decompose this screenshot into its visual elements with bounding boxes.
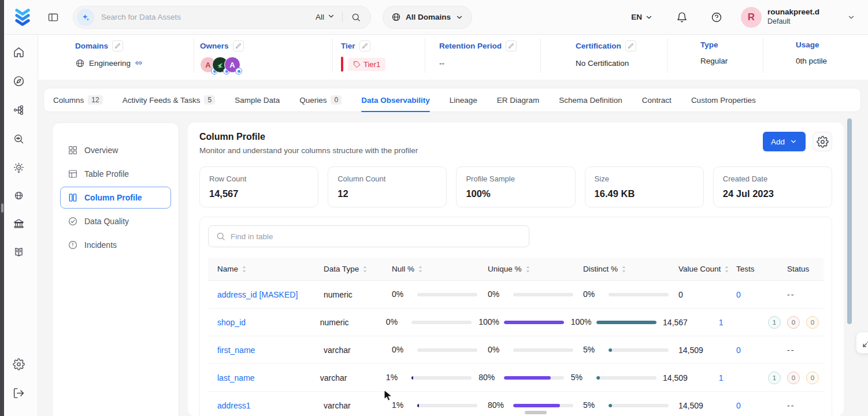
sidebar-item-label: Incidents xyxy=(84,240,117,250)
meta-label: Domains xyxy=(75,42,108,50)
tab-data-observability[interactable]: Data Observability xyxy=(361,88,430,112)
column-header-null-[interactable]: Null % xyxy=(392,265,488,273)
observe-icon[interactable] xyxy=(13,133,25,145)
stat-label: Created Date xyxy=(723,174,822,183)
column-header-distinct-[interactable]: Distinct % xyxy=(583,265,678,273)
profile-stats-row: Row Count14,567Column Count12Profile Sam… xyxy=(199,166,832,207)
all-domains-dropdown[interactable]: All Domains xyxy=(383,6,472,29)
column-name-link[interactable]: address_id [MASKED] xyxy=(217,290,298,299)
edit-icon[interactable] xyxy=(359,40,370,51)
home-icon[interactable] xyxy=(13,46,25,58)
column-name-link[interactable]: shop_id xyxy=(217,318,246,327)
sidebar-item-overview[interactable]: Overview xyxy=(60,139,171,161)
status-success-badge[interactable]: 1 xyxy=(768,316,781,329)
tab-columns[interactable]: Columns12 xyxy=(53,88,103,112)
add-button[interactable]: Add xyxy=(763,132,806,151)
tab-custom-properties[interactable]: Custom Properties xyxy=(691,88,756,112)
sort-icon[interactable] xyxy=(724,265,729,273)
sidebar-item-table-profile[interactable]: Table Profile xyxy=(60,163,171,185)
glossary-icon[interactable] xyxy=(13,246,25,258)
sort-icon[interactable] xyxy=(525,265,531,273)
help-icon[interactable] xyxy=(711,12,722,23)
compass-icon[interactable] xyxy=(13,75,25,87)
null-pct-cell: 0% xyxy=(386,317,478,327)
tab-sample-data[interactable]: Sample Data xyxy=(235,88,280,112)
user-profile-menu[interactable]: R rounakpreet.d Default xyxy=(741,7,819,28)
sidebar-item-column-profile[interactable]: Column Profile xyxy=(60,187,171,209)
sort-icon[interactable] xyxy=(418,265,423,273)
tab-contract[interactable]: Contract xyxy=(642,88,672,112)
vertical-scrollbar[interactable] xyxy=(847,118,852,324)
flow-icon[interactable] xyxy=(13,104,25,116)
asset-metadata-band: DomainsEngineeringOwnersAATierTier1Reten… xyxy=(38,35,868,80)
column-header-data-type[interactable]: Data Type xyxy=(324,265,392,273)
sidebar-toggle-icon[interactable] xyxy=(47,12,59,23)
edit-icon[interactable] xyxy=(112,40,123,51)
tab-label: Custom Properties xyxy=(691,96,756,105)
sidebar-item-label: Data Quality xyxy=(84,217,129,226)
notifications-bell-icon[interactable] xyxy=(676,12,688,23)
owners-avatars[interactable]: AA xyxy=(200,57,236,73)
sort-icon[interactable] xyxy=(242,265,247,273)
chevron-down-icon[interactable] xyxy=(847,13,855,21)
column-header-name[interactable]: Name xyxy=(208,265,324,273)
tests-count-link[interactable]: 0 xyxy=(736,401,741,410)
table-row: first_namevarchar0%0%5%14,5090-- xyxy=(208,336,824,364)
status-aborted-badge[interactable]: 0 xyxy=(806,372,819,384)
global-search-bar[interactable]: Search for Data Assets All xyxy=(73,6,371,29)
data-type-cell: varchar xyxy=(324,401,392,410)
status-failed-badge[interactable]: 0 xyxy=(787,372,800,384)
search-input[interactable]: Search for Data Assets xyxy=(101,13,309,21)
edit-icon[interactable] xyxy=(233,40,244,51)
tests-count-link[interactable]: 0 xyxy=(736,290,741,299)
meta-value: 0th pctile xyxy=(796,54,868,67)
edit-icon[interactable] xyxy=(506,40,517,51)
unique-pct-cell: 0% xyxy=(488,289,583,299)
stat-card-created-date: Created Date24 Jul 2023 xyxy=(713,166,832,207)
status-empty: -- xyxy=(787,346,795,355)
unique-pct-cell: 100% xyxy=(478,317,570,327)
sort-icon[interactable] xyxy=(621,265,626,273)
govern-icon[interactable] xyxy=(13,217,25,229)
horizontal-scrollbar[interactable] xyxy=(525,411,547,414)
tests-count-link[interactable]: 0 xyxy=(736,346,741,355)
language-selector[interactable]: EN xyxy=(631,13,653,21)
column-name-link[interactable]: last_name xyxy=(217,373,255,382)
sidebar-item-data-quality[interactable]: Data Quality xyxy=(60,210,171,232)
status-success-badge[interactable]: 1 xyxy=(768,372,781,384)
tab-activity-feeds-tasks[interactable]: Activity Feeds & Tasks5 xyxy=(123,88,215,112)
column-name-link[interactable]: address1 xyxy=(217,401,251,410)
app-logo[interactable] xyxy=(12,6,34,28)
tier-tag[interactable]: Tier1 xyxy=(341,57,385,72)
edit-icon[interactable] xyxy=(625,40,636,51)
status-aborted-badge[interactable]: 0 xyxy=(806,316,819,329)
tests-count-link[interactable]: 1 xyxy=(719,318,724,327)
search-scope-dropdown[interactable]: All xyxy=(309,12,343,22)
gear-icon[interactable] xyxy=(13,358,25,370)
column-header-label: Unique % xyxy=(488,265,522,273)
column-header-unique-[interactable]: Unique % xyxy=(488,265,583,273)
tab-schema-definition[interactable]: Schema Definition xyxy=(559,88,622,112)
drawer-handle[interactable] xyxy=(1,203,3,213)
tab-queries[interactable]: Queries0 xyxy=(299,88,342,112)
meta-section-tier: TierTier1 xyxy=(333,38,425,73)
tab-lineage[interactable]: Lineage xyxy=(450,88,477,112)
domain-link[interactable]: Engineering xyxy=(75,58,143,68)
logout-icon[interactable] xyxy=(13,387,25,399)
tests-count-link[interactable]: 1 xyxy=(719,373,724,382)
sidebar-item-incidents[interactable]: Incidents xyxy=(60,234,171,256)
find-in-table-input[interactable]: Find in table xyxy=(208,225,529,247)
status-failed-badge[interactable]: 0 xyxy=(787,316,800,329)
column-name-link[interactable]: first_name xyxy=(217,346,255,355)
sidebar-item-label: Overview xyxy=(84,146,118,155)
column-header-value-count[interactable]: Value Count xyxy=(678,265,736,273)
search-icon[interactable] xyxy=(343,12,363,23)
tab-er-diagram[interactable]: ER Diagram xyxy=(497,88,540,112)
profiler-settings-button[interactable] xyxy=(813,132,832,151)
sort-icon[interactable] xyxy=(362,265,368,273)
resize-handle-button[interactable] xyxy=(856,332,868,354)
insights-icon[interactable] xyxy=(13,162,25,174)
globe-icon[interactable] xyxy=(14,191,24,200)
avatar[interactable]: A xyxy=(224,57,240,73)
tag-icon xyxy=(353,61,361,68)
